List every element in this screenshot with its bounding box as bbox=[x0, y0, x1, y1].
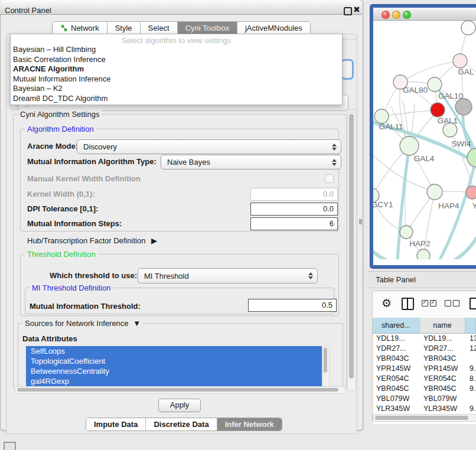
algorithm-option[interactable]: ARACNE Algorithm bbox=[13, 64, 342, 74]
table-cell: YER054C bbox=[420, 374, 466, 384]
sources-title-text: Sources for Network Inference bbox=[25, 319, 129, 328]
table-row[interactable]: YER054CYER054C8. bbox=[373, 374, 476, 384]
algorithm-option[interactable]: Bayesian – K2 bbox=[13, 84, 342, 94]
columns-icon[interactable] bbox=[402, 298, 414, 310]
table-cell: YPR145W bbox=[420, 364, 466, 374]
table-row[interactable]: YBL079WYBL079W bbox=[373, 394, 476, 404]
column-header-cut[interactable] bbox=[465, 318, 476, 333]
attribute-item[interactable]: SelfLoops bbox=[26, 346, 322, 356]
dpi-tolerance-input[interactable]: 0.0 bbox=[250, 203, 338, 216]
node-label: SWI4 bbox=[451, 139, 471, 148]
network-node[interactable] bbox=[455, 99, 472, 115]
mi-threshold-input[interactable]: 0.5 bbox=[248, 299, 337, 312]
kernel-width-input[interactable]: 0.0 bbox=[250, 188, 338, 201]
table-cell: YBR043C bbox=[420, 354, 466, 364]
table-hscrollbar[interactable] bbox=[373, 414, 476, 422]
attributes-scrollbar-thumb[interactable] bbox=[324, 348, 327, 373]
document-icon[interactable] bbox=[470, 298, 476, 309]
column-header-name[interactable]: name bbox=[420, 318, 466, 333]
tab-cyni-toolbox[interactable]: Cyni Toolbox bbox=[178, 22, 237, 34]
tab-impute-data[interactable]: Impute Data bbox=[86, 418, 146, 431]
table-cell: YER054C bbox=[373, 374, 420, 384]
tab-label: Style bbox=[115, 24, 132, 32]
attribute-item[interactable]: gal4RGexp bbox=[26, 376, 322, 386]
table-row[interactable]: YBR045CYBR045C9. bbox=[373, 384, 476, 394]
attributes-scrollbar[interactable] bbox=[322, 346, 330, 387]
control-panel-tabs: NetworkStyleSelectCyni ToolboxjActiveMNo… bbox=[52, 21, 311, 35]
tab-select[interactable]: Select bbox=[141, 22, 178, 34]
network-view-window[interactable]: GALGAL80GAL10GAL1GAL11SWI4GAL4GCY1HAP4YH… bbox=[370, 5, 476, 268]
zoom-traffic-light-icon[interactable] bbox=[403, 11, 411, 19]
network-node-hap2[interactable] bbox=[400, 226, 413, 239]
gear-icon[interactable]: ⚙ bbox=[382, 296, 392, 310]
panel-splitter-handle[interactable] bbox=[359, 219, 362, 224]
manual-kernel-checkbox[interactable] bbox=[325, 174, 334, 183]
unchecked-pair-icon[interactable] bbox=[445, 299, 461, 308]
apply-button[interactable]: Apply bbox=[158, 399, 201, 412]
close-traffic-light-icon[interactable] bbox=[382, 11, 390, 19]
dropdown-placeholder: Select algorithm to view settings bbox=[11, 34, 342, 44]
table-row[interactable]: YPR145WYPR145W9. bbox=[373, 364, 476, 374]
column-header-shared...[interactable]: shared... bbox=[373, 318, 420, 333]
minimize-traffic-light-icon[interactable] bbox=[392, 11, 400, 19]
table-header-row: shared...name bbox=[373, 318, 476, 334]
network-canvas[interactable]: GALGAL80GAL10GAL1GAL11SWI4GAL4GCY1HAP4YH… bbox=[373, 21, 476, 259]
data-attributes-label: Data Attributes bbox=[22, 334, 77, 343]
network-node-hap4[interactable] bbox=[427, 184, 442, 200]
node-label: GAL10 bbox=[438, 92, 463, 100]
settings-vscrollbar-thumb[interactable] bbox=[349, 114, 354, 379]
table-hscrollbar-thumb[interactable] bbox=[375, 416, 468, 420]
cyni-bottom-tabs: Impute DataDiscretize DataInfer Network bbox=[86, 418, 282, 431]
aracne-mode-value: Discovery bbox=[83, 142, 117, 151]
algorithm-option[interactable]: Bayesian – Hill Climbing bbox=[13, 45, 342, 55]
manual-kernel-label: Manual Kernel Width Definition bbox=[27, 174, 141, 183]
table-panel-title: Table Panel bbox=[376, 275, 416, 284]
network-node[interactable] bbox=[417, 249, 430, 259]
table-row[interactable]: YLR345WYLR345W9. bbox=[373, 404, 476, 414]
tab-infer-network[interactable]: Infer Network bbox=[217, 418, 282, 431]
algorithm-option[interactable]: Mutual Information Inference bbox=[13, 74, 342, 84]
table-row[interactable]: YDL19...YDL19...13 bbox=[373, 334, 476, 344]
settings-hscrollbar-thumb[interactable] bbox=[17, 388, 338, 392]
network-node-gal11[interactable] bbox=[374, 109, 389, 123]
settings-hscrollbar[interactable] bbox=[14, 386, 346, 394]
mi-type-select[interactable]: Naive Bayes bbox=[161, 155, 341, 169]
close-icon[interactable]: ✖ bbox=[353, 5, 360, 14]
network-node[interactable] bbox=[461, 21, 475, 35]
tab-label: Cyni Toolbox bbox=[185, 24, 229, 32]
settings-vscrollbar[interactable] bbox=[347, 112, 356, 391]
hub-definition-toggle[interactable]: Hub/Transcription Factor Definition ▶ bbox=[27, 236, 157, 245]
tab-discretize-data[interactable]: Discretize Data bbox=[146, 418, 217, 431]
node-label: GAL80 bbox=[403, 86, 428, 94]
network-node-gal4[interactable] bbox=[400, 136, 419, 155]
tab-label: Select bbox=[148, 24, 169, 32]
network-node-y[interactable] bbox=[466, 186, 476, 199]
network-edge-thick[interactable] bbox=[397, 146, 409, 259]
which-threshold-select[interactable]: MI Threshold bbox=[138, 268, 318, 283]
table-row[interactable]: YDR27...YDR27...12 bbox=[373, 344, 476, 354]
network-window-titlebar[interactable] bbox=[373, 8, 476, 21]
control-panel-titlebar[interactable] bbox=[0, 0, 362, 15]
float-panel-icon[interactable] bbox=[4, 442, 16, 450]
table-cell: YDR27... bbox=[373, 344, 420, 354]
algorithm-option[interactable]: Dream8 DC_TDC Algorithm bbox=[13, 94, 342, 104]
tab-style[interactable]: Style bbox=[107, 22, 141, 34]
tab-network[interactable]: Network bbox=[53, 22, 107, 34]
tab-jactivemnodules[interactable]: jActiveMNodules bbox=[237, 22, 310, 34]
network-node-gal[interactable] bbox=[453, 54, 467, 68]
network-edge[interactable] bbox=[382, 110, 438, 116]
algorithm-option[interactable]: Basic Correlation Inference bbox=[13, 55, 342, 65]
mi-steps-input[interactable]: 6 bbox=[250, 217, 338, 230]
network-node-gal1[interactable] bbox=[431, 103, 445, 117]
kernel-width-label: Kernel Width (0,1): bbox=[27, 190, 95, 198]
table-row[interactable]: YBR043CYBR043C bbox=[373, 354, 476, 364]
sources-title[interactable]: Sources for Network Inference ▼ bbox=[22, 319, 143, 328]
checked-pair-icon[interactable] bbox=[422, 299, 438, 308]
attribute-item[interactable]: BetweennessCentrality bbox=[26, 366, 322, 376]
network-node-gal10[interactable] bbox=[428, 77, 442, 92]
network-node[interactable] bbox=[467, 148, 476, 167]
combo-focus-fragment[interactable] bbox=[341, 59, 354, 80]
float-window-icon[interactable] bbox=[344, 7, 352, 15]
aracne-mode-select[interactable]: Discovery bbox=[77, 139, 341, 154]
attribute-item[interactable]: TopologicalCoefficient bbox=[26, 356, 322, 366]
